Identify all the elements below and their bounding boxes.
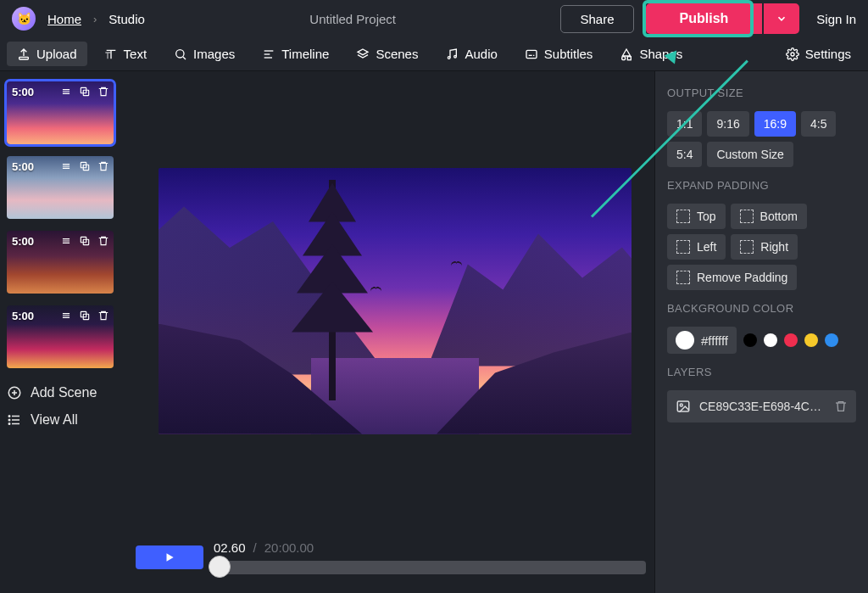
drag-handle-icon[interactable] [59,85,73,98]
current-color-swatch [676,331,694,350]
ratio-4-5[interactable]: 4:5 [801,111,836,137]
delete-layer-button[interactable] [834,400,848,413]
tool-upload-label: Upload [36,47,77,61]
layer-name: CE89C33E-E698-4C2D-... [699,400,826,413]
drag-handle-icon[interactable] [59,159,73,173]
section-output-size: OUTPUT SIZE [667,87,856,99]
remove-padding-icon [676,271,690,284]
trash-icon [834,400,848,413]
scene-duration: 5:00 [12,160,34,173]
tool-scenes-label: Scenes [376,47,418,61]
play-button[interactable] [136,545,203,569]
tool-subtitles-label: Subtitles [544,47,593,61]
remove-padding-button[interactable]: Remove Padding [667,265,797,290]
svg-rect-9 [526,50,537,58]
section-expand-padding: EXPAND PADDING [667,179,856,192]
svg-point-43 [8,419,10,421]
color-preset-blue[interactable] [825,333,838,347]
tool-settings[interactable]: Settings [776,42,861,66]
image-icon [676,399,691,414]
copy-icon[interactable] [78,159,92,173]
sign-in-link[interactable]: Sign In [816,12,856,26]
canvas-preview[interactable] [159,168,632,434]
copy-icon[interactable] [78,309,92,322]
scene-duration: 5:00 [12,235,34,248]
pad-bottom-icon [740,210,754,223]
main-area: 5:00 5:00 5:00 [0,71,868,593]
tool-text[interactable]: Text [94,42,158,66]
color-preset-black[interactable] [743,333,757,347]
timeline-slider[interactable] [214,561,646,574]
view-all-label: View All [31,412,78,428]
tool-upload[interactable]: Upload [7,42,87,66]
aspect-ratio-group: 1:1 9:16 16:9 4:5 5:4 Custom Size [667,111,856,167]
ratio-1-1[interactable]: 1:1 [667,111,702,137]
color-preset-white[interactable] [764,333,777,347]
trash-icon[interactable] [97,234,110,248]
svg-point-15 [791,53,794,56]
trash-icon[interactable] [97,309,110,322]
slider-thumb[interactable] [209,556,231,578]
svg-rect-46 [677,401,689,411]
section-bg-color: BACKGROUND COLOR [667,302,856,315]
svg-point-47 [680,404,682,406]
tool-images[interactable]: Images [164,42,245,66]
bg-color-input[interactable]: #ffffff [667,327,737,354]
svg-marker-12 [623,49,631,56]
copy-icon[interactable] [78,234,92,248]
view-all-button[interactable]: View All [7,412,129,428]
scene-duration: 5:00 [12,86,34,98]
svg-line-2 [183,57,186,59]
tool-subtitles[interactable]: Subtitles [515,42,604,66]
pad-right-icon [740,240,754,254]
drag-handle-icon[interactable] [59,234,73,248]
properties-sidebar: OUTPUT SIZE 1:1 9:16 16:9 4:5 5:4 Custom… [654,71,868,593]
svg-point-44 [8,423,10,425]
scenes-panel: 5:00 5:00 5:00 [0,71,136,593]
svg-marker-6 [358,49,368,55]
project-title[interactable]: Untitled Project [157,12,549,26]
ratio-9-16[interactable]: 9:16 [707,111,748,137]
scene-thumbnail[interactable]: 5:00 [7,231,114,294]
trash-icon[interactable] [97,159,110,173]
upload-icon [17,48,31,61]
color-preset-yellow[interactable] [804,333,818,347]
breadcrumb-home[interactable]: Home [47,12,81,26]
pad-bottom-button[interactable]: Bottom [731,204,807,229]
publish-button[interactable]: Publish [646,3,763,34]
play-icon [164,551,175,563]
scene-thumbnail[interactable]: 5:00 [7,305,114,368]
pad-right-button[interactable]: Right [731,234,798,260]
svg-point-13 [622,56,626,59]
pad-top-button[interactable]: Top [667,204,726,229]
subtitles-icon [525,48,538,61]
pad-left-icon [676,240,690,254]
add-scene-button[interactable]: Add Scene [7,385,129,400]
share-button[interactable]: Share [560,5,633,33]
trash-icon[interactable] [97,85,110,98]
ratio-16-9[interactable]: 16:9 [754,111,796,137]
scene-thumbnail[interactable]: 5:00 [7,156,114,219]
copy-icon[interactable] [78,85,92,98]
custom-size-button[interactable]: Custom Size [707,142,793,167]
bg-color-value: #ffffff [701,333,728,348]
timeline: 02.60 / 20:00.00 [136,530,654,593]
publish-caret-button[interactable] [764,3,799,34]
breadcrumb-studio: Studio [108,12,145,26]
scene-thumbnail[interactable]: 5:00 [7,81,114,144]
section-layers: LAYERS [667,366,856,378]
publish-group: Publish [646,3,800,34]
color-preset-red[interactable] [784,333,798,347]
ratio-5-4[interactable]: 5:4 [667,142,702,167]
tool-timeline[interactable]: Timeline [252,42,339,66]
pad-left-button[interactable]: Left [667,234,726,260]
list-icon [7,412,22,428]
layer-item[interactable]: CE89C33E-E698-4C2D-... [667,390,856,422]
drag-handle-icon[interactable] [59,309,73,322]
tool-scenes[interactable]: Scenes [346,42,428,66]
tool-audio[interactable]: Audio [435,42,507,66]
avatar[interactable]: 🐱 [12,7,36,31]
search-icon [174,48,187,61]
time-separator: / [253,540,257,555]
layers-icon [356,48,370,61]
